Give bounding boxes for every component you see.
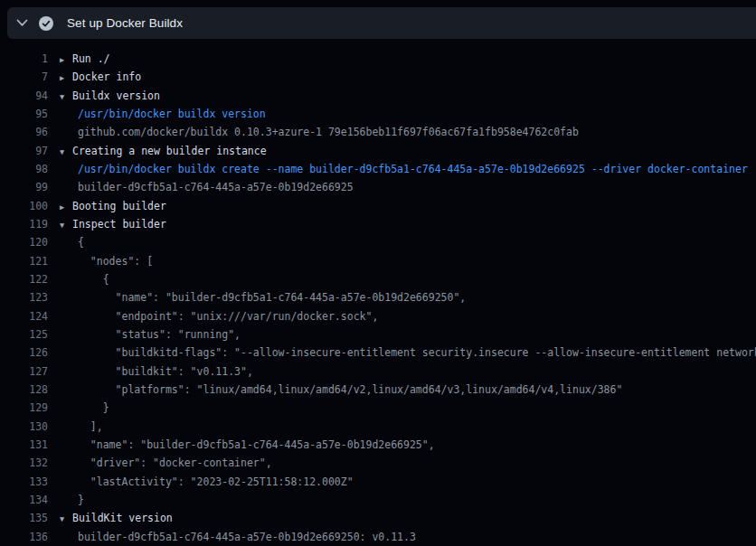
log-group-title[interactable]: Run ./ [72,50,110,68]
log-group-title[interactable]: Inspect builder [72,215,166,233]
step-header[interactable]: Set up Docker Buildx [7,7,756,39]
log-line: 136builder-d9cfb5a1-c764-445a-a57e-0b19d… [0,528,756,546]
log-line: 94▼Buildx version [0,87,756,105]
line-number[interactable]: 99 [0,178,48,196]
log-command-text: /usr/bin/docker buildx create --name bui… [78,160,748,178]
line-number[interactable]: 131 [0,436,48,454]
log-output-text: "buildkitd-flags": "--allow-insecure-ent… [78,344,756,362]
step-title: Set up Docker Buildx [67,16,183,30]
line-number[interactable]: 134 [0,491,48,509]
log-line: 97▼Creating a new builder instance [0,142,756,160]
log-line: 96github.com/docker/buildx 0.10.3+azure-… [0,123,756,141]
line-number[interactable]: 132 [0,454,48,472]
log-line: 125 "status": "running", [0,325,756,344]
log-line: 100▶Booting builder [0,197,756,215]
log-output-text: "driver": "docker-container", [78,454,272,472]
line-number[interactable]: 94 [0,87,48,105]
log-output-text: "buildkit": "v0.11.3", [78,362,253,381]
line-number[interactable]: 95 [0,105,48,123]
log-group-title[interactable]: Docker info [72,68,141,86]
log-line: 123 "name": "builder-d9cfb5a1-c764-445a-… [0,288,756,306]
actions-log-viewer: Set up Docker Buildx 1▶Run ./7▶Docker in… [0,0,756,546]
line-number[interactable]: 100 [0,197,48,215]
line-number[interactable]: 97 [0,142,48,160]
log-line: 135▼BuildKit version [0,509,756,527]
log-output-text: } [78,491,84,509]
log-line: 98/usr/bin/docker buildx create --name b… [0,160,756,178]
line-number[interactable]: 128 [0,381,48,399]
chevron-down-icon[interactable] [16,17,28,29]
line-number[interactable]: 129 [0,399,48,417]
log-line: 128 "platforms": "linux/amd64,linux/amd6… [0,381,756,399]
log-line: 130 ], [0,418,756,436]
caret-collapsed-icon[interactable]: ▶ [60,69,72,86]
log-output-text: "status": "running", [78,325,241,344]
line-number[interactable]: 98 [0,160,48,178]
line-number[interactable]: 123 [0,288,48,306]
log-output-text: "name": "builder-d9cfb5a1-c764-445a-a57e… [78,436,435,454]
log-output-text: builder-d9cfb5a1-c764-445a-a57e-0b19d2e6… [78,178,354,196]
line-number[interactable]: 119 [0,215,48,233]
log-group-title[interactable]: BuildKit version [72,509,173,527]
line-number[interactable]: 96 [0,123,48,141]
log-group-title[interactable]: Creating a new builder instance [72,142,267,160]
caret-expanded-icon[interactable]: ▼ [60,143,72,160]
line-number[interactable]: 1 [0,50,48,68]
log-line: 122 { [0,270,756,288]
log-line: 133 "lastActivity": "2023-02-25T11:58:12… [0,473,756,491]
log-line: 120{ [0,233,756,251]
log-output-text: } [78,399,109,417]
log-output-text: "platforms": "linux/amd64,linux/amd64/v2… [78,381,622,399]
log-line: 132 "driver": "docker-container", [0,454,756,472]
log-output-text: ], [78,418,103,436]
log-line: 134} [0,491,756,509]
log-line: 126 "buildkitd-flags": "--allow-insecure… [0,344,756,362]
log-line: 1▶Run ./ [0,50,756,68]
log-line: 127 "buildkit": "v0.11.3", [0,362,756,381]
line-number[interactable]: 126 [0,344,48,362]
log-line: 131 "name": "builder-d9cfb5a1-c764-445a-… [0,436,756,454]
log-panel: 1▶Run ./7▶Docker info94▼Buildx version95… [0,39,756,546]
log-output-text: "endpoint": "unix:///var/run/docker.sock… [78,307,378,325]
log-line: 95/usr/bin/docker buildx version [0,105,756,123]
line-number[interactable]: 124 [0,307,48,325]
log-line: 121 "nodes": [ [0,252,756,270]
line-number[interactable]: 136 [0,528,48,546]
log-output-text: "lastActivity": "2023-02-25T11:58:12.000… [78,473,354,491]
caret-collapsed-icon[interactable]: ▶ [60,51,72,68]
log-line: 124 "endpoint": "unix:///var/run/docker.… [0,307,756,325]
caret-expanded-icon[interactable]: ▼ [60,216,72,233]
caret-expanded-icon[interactable]: ▼ [60,510,72,527]
line-number[interactable]: 7 [0,68,48,86]
log-line: 7▶Docker info [0,68,756,86]
line-number[interactable]: 121 [0,252,48,270]
log-output-text: { [78,233,84,251]
line-number[interactable]: 133 [0,473,48,491]
line-number[interactable]: 122 [0,270,48,288]
log-command-text: /usr/bin/docker buildx version [78,105,266,123]
line-number[interactable]: 130 [0,418,48,436]
log-output-text: "name": "builder-d9cfb5a1-c764-445a-a57e… [78,288,466,306]
line-number[interactable]: 125 [0,325,48,344]
check-circle-icon [39,16,53,31]
log-line: 129 } [0,399,756,417]
log-line: 119▼Inspect builder [0,215,756,233]
log-output-text: "nodes": [ [78,252,153,270]
log-line: 99builder-d9cfb5a1-c764-445a-a57e-0b19d2… [0,178,756,196]
line-number[interactable]: 127 [0,362,48,381]
log-output-text: builder-d9cfb5a1-c764-445a-a57e-0b19d2e6… [78,528,416,546]
caret-expanded-icon[interactable]: ▼ [60,88,72,105]
log-group-title[interactable]: Booting builder [72,197,166,215]
caret-collapsed-icon[interactable]: ▶ [60,198,72,215]
line-number[interactable]: 120 [0,233,48,251]
log-output-text: { [78,270,109,288]
log-group-title[interactable]: Buildx version [72,87,160,105]
line-number[interactable]: 135 [0,509,48,527]
log-output-text: github.com/docker/buildx 0.10.3+azure-1 … [78,123,579,141]
